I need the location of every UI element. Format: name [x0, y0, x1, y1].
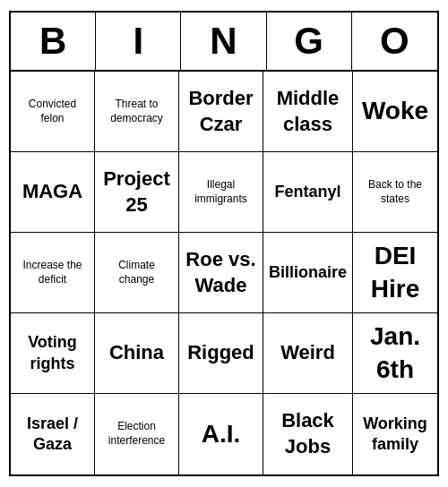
cell-text-18: Weird [280, 340, 335, 366]
bingo-letter-i: I [96, 13, 181, 70]
bingo-cell-19: Jan. 6th [353, 313, 437, 394]
bingo-cell-16: China [95, 313, 179, 394]
bingo-cell-11: Climate change [95, 233, 179, 313]
bingo-cell-10: Increase the deficit [11, 233, 95, 313]
cell-text-4: Woke [362, 95, 428, 127]
bingo-cell-18: Weird [263, 313, 353, 394]
cell-text-17: Rigged [187, 340, 254, 366]
bingo-letter-g: G [267, 13, 352, 70]
cell-text-14: DEI Hire [358, 240, 432, 305]
cell-text-1: Threat to democracy [100, 98, 173, 125]
bingo-letter-o: O [352, 13, 437, 70]
bingo-cell-5: MAGA [11, 152, 95, 233]
cell-text-20: Israel / Gaza [16, 414, 89, 456]
cell-text-21: Election interference [100, 420, 173, 448]
cell-text-24: Working family [358, 414, 432, 456]
bingo-grid: Convicted felonThreat to democracyBorder… [11, 72, 437, 474]
bingo-letter-n: N [181, 13, 266, 70]
cell-text-11: Climate change [100, 259, 173, 286]
cell-text-12: Roe vs. Wade [185, 247, 257, 298]
cell-text-16: China [109, 340, 164, 366]
cell-text-0: Convicted felon [16, 98, 89, 125]
bingo-cell-8: Fentanyl [263, 152, 353, 233]
cell-text-3: Middle class [269, 86, 347, 137]
bingo-cell-17: Rigged [179, 313, 263, 394]
cell-text-8: Fentanyl [274, 182, 340, 202]
cell-text-7: Illegal immigrants [185, 178, 257, 206]
bingo-cell-0: Convicted felon [11, 72, 95, 152]
bingo-cell-6: Project 25 [95, 152, 179, 233]
cell-text-19: Jan. 6th [358, 320, 432, 386]
bingo-letter-b: B [11, 13, 96, 70]
bingo-cell-1: Threat to democracy [95, 72, 179, 152]
cell-text-6: Project 25 [100, 167, 173, 218]
cell-text-13: Billionaire [269, 262, 347, 283]
bingo-cell-7: Illegal immigrants [179, 152, 263, 233]
cell-text-9: Back to the states [358, 178, 432, 206]
bingo-cell-24: Working family [353, 394, 437, 474]
bingo-cell-14: DEI Hire [353, 233, 437, 313]
bingo-cell-21: Election interference [95, 394, 179, 474]
bingo-cell-23: Black Jobs [263, 394, 353, 474]
cell-text-2: Border Czar [185, 86, 257, 137]
cell-text-10: Increase the deficit [16, 259, 89, 286]
bingo-cell-2: Border Czar [179, 72, 263, 152]
bingo-cell-20: Israel / Gaza [11, 394, 95, 474]
cell-text-22: A.I. [202, 418, 241, 450]
bingo-cell-9: Back to the states [353, 152, 437, 233]
cell-text-23: Black Jobs [269, 408, 347, 459]
bingo-cell-13: Billionaire [263, 233, 353, 313]
bingo-cell-12: Roe vs. Wade [179, 233, 263, 313]
bingo-cell-15: Voting rights [11, 313, 95, 394]
cell-text-15: Voting rights [16, 332, 89, 374]
cell-text-5: MAGA [22, 179, 82, 205]
bingo-header: BINGO [11, 13, 437, 72]
bingo-cell-22: A.I. [179, 394, 263, 474]
bingo-cell-3: Middle class [263, 72, 353, 152]
bingo-card: BINGO Convicted felonThreat to democracy… [9, 11, 439, 476]
bingo-cell-4: Woke [353, 72, 437, 152]
